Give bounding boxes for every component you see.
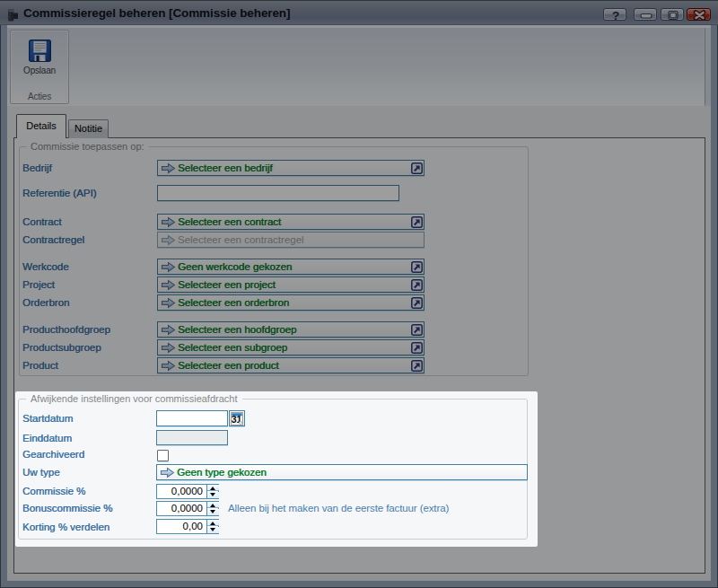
svg-text:?: ? — [612, 9, 619, 22]
